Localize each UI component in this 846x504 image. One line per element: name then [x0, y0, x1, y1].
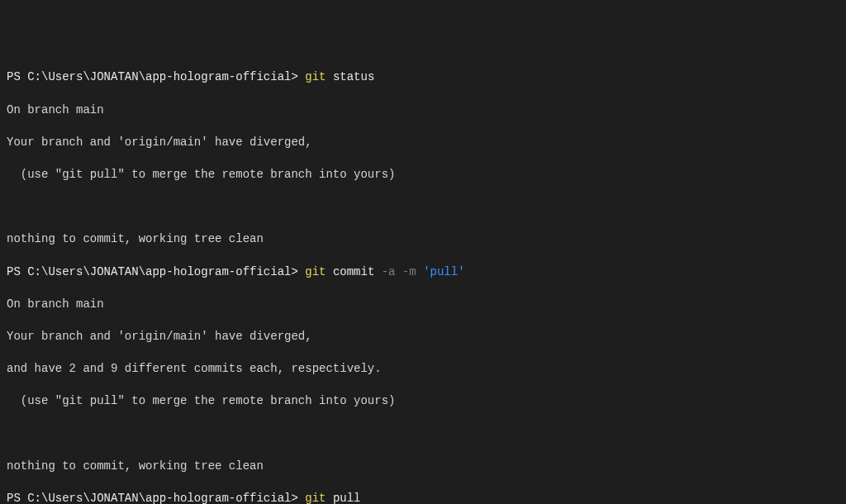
prompt: PS C:\Users\JONATAN\app-hologram-officia… — [7, 265, 298, 278]
git-keyword: git — [305, 70, 326, 83]
git-keyword: git — [305, 265, 326, 278]
output-line: and have 2 and 9 different commits each,… — [7, 361, 839, 378]
output-line: Your branch and 'origin/main' have diver… — [7, 329, 839, 345]
git-string-arg: 'pull' — [423, 265, 464, 278]
output-line: On branch main — [7, 102, 839, 119]
git-flags: -a -m — [382, 265, 416, 278]
command-line-1: PS C:\Users\JONATAN\app-hologram-officia… — [7, 69, 839, 86]
output-line: On branch main — [7, 297, 839, 313]
terminal-output[interactable]: PS C:\Users\JONATAN\app-hologram-officia… — [7, 69, 839, 504]
prompt: PS C:\Users\JONATAN\app-hologram-officia… — [7, 70, 298, 83]
git-subcommand: pull — [333, 492, 361, 504]
output-line: Your branch and 'origin/main' have diver… — [7, 135, 839, 151]
output-line: (use "git pull" to merge the remote bran… — [7, 167, 839, 183]
prompt: PS C:\Users\JONATAN\app-hologram-officia… — [7, 492, 298, 504]
git-keyword: git — [305, 492, 326, 504]
output-line: nothing to commit, working tree clean — [7, 459, 839, 475]
command-line-3: PS C:\Users\JONATAN\app-hologram-officia… — [7, 491, 839, 504]
git-subcommand: status — [333, 70, 374, 83]
output-line: nothing to commit, working tree clean — [7, 231, 839, 248]
command-line-2: PS C:\Users\JONATAN\app-hologram-officia… — [7, 264, 839, 281]
git-subcommand: commit — [333, 265, 374, 278]
output-blank — [7, 199, 839, 216]
output-blank — [7, 426, 839, 442]
output-line: (use "git pull" to merge the remote bran… — [7, 393, 839, 410]
